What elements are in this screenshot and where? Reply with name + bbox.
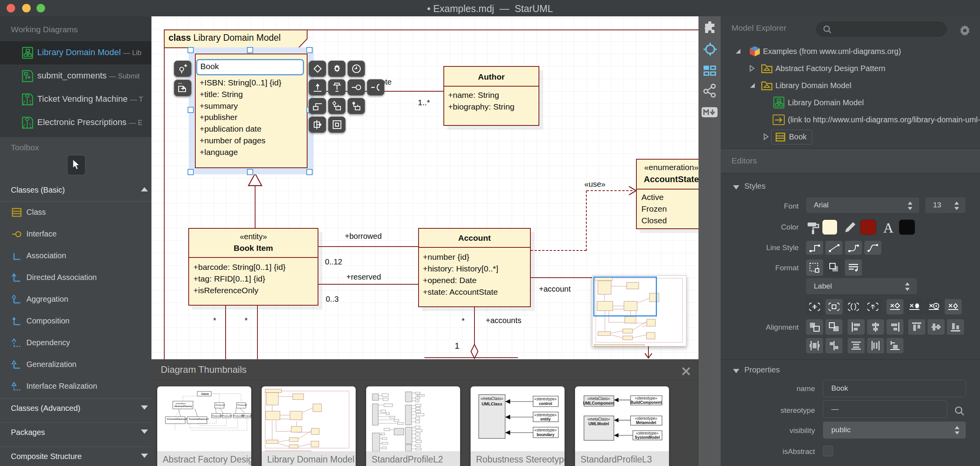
- svg-text:BuildComponent: BuildComponent: [631, 400, 662, 405]
- svg-text:Metamodel: Metamodel: [636, 421, 656, 425]
- svg-text:«interface»: «interface»: [175, 402, 186, 405]
- svg-text:«stereotype»: «stereotype»: [534, 397, 557, 401]
- svg-text:boundary: boundary: [537, 433, 554, 437]
- svg-text:«metaClass»: «metaClass»: [481, 396, 504, 401]
- svg-text:«stereotype»: «stereotype»: [635, 416, 657, 421]
- svg-text:UMLClass: UMLClass: [481, 402, 502, 406]
- svg-text:ProductBY: ProductBY: [243, 415, 251, 417]
- svg-text:«stereotype»: «stereotype»: [534, 413, 557, 417]
- svg-text:UMLComponent: UMLComponent: [583, 401, 615, 405]
- svg-text:entity: entity: [540, 417, 551, 421]
- svg-text:ProductA: ProductA: [215, 404, 225, 406]
- svg-text:AbstractFactory: AbstractFactory: [174, 405, 193, 407]
- svg-text:«metaClass»: «metaClass»: [587, 417, 610, 421]
- svg-text:«metaClass»: «metaClass»: [587, 396, 610, 401]
- svg-text:SystemModel: SystemModel: [635, 435, 660, 440]
- svg-text:ConcreteFactoryY: ConcreteFactoryY: [189, 418, 209, 420]
- svg-text:ProductBX: ProductBX: [234, 415, 244, 417]
- svg-text:«stereotype»: «stereotype»: [636, 431, 659, 435]
- svg-text:ProductAY: ProductAY: [222, 415, 233, 417]
- svg-text:«stereotype»: «stereotype»: [534, 428, 557, 432]
- svg-text:Client: Client: [201, 393, 209, 395]
- svg-text:ProductB: ProductB: [237, 404, 247, 406]
- svg-text:UMLModel: UMLModel: [588, 421, 609, 426]
- svg-text:ProductAX: ProductAX: [212, 415, 222, 417]
- svg-text:ConcreteFactoryX: ConcreteFactoryX: [167, 418, 187, 420]
- svg-text:«stereotype»: «stereotype»: [635, 396, 657, 400]
- svg-text:control: control: [539, 402, 552, 406]
